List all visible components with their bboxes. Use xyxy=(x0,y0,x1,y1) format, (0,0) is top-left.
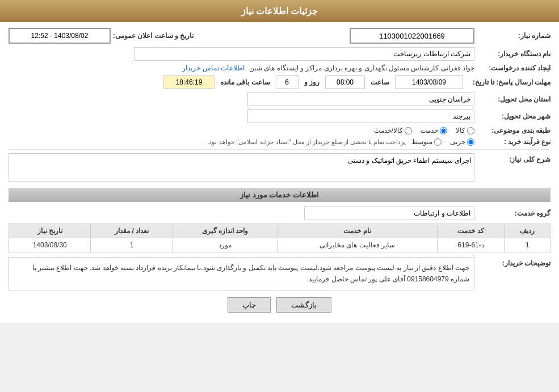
response-deadline-row: مهلت ارسال پاسخ: تا تاریخ: ساعت روز و سا… xyxy=(9,75,550,89)
response-days-input[interactable] xyxy=(276,75,299,89)
buyer-org-label: نام دستگاه خریدار: xyxy=(477,50,550,58)
category-row: طبقه بندی موضوعی: کالا خدمت کالا/خدمت xyxy=(9,127,550,134)
response-deadline-label: مهلت ارسال پاسخ: تا تاریخ: xyxy=(465,78,550,86)
delivery-city-label: شهر محل تحویل: xyxy=(477,112,550,120)
need-description-row: شرح کلی نیاز: اجرای سیستم اطفاء حریق اتو… xyxy=(9,153,550,183)
category-khedmat-radio[interactable] xyxy=(440,127,447,134)
action-buttons: بازگشت چاپ xyxy=(9,297,550,313)
buyer-org-input[interactable] xyxy=(134,47,474,61)
page-header: جزئیات اطلاعات نیاز xyxy=(0,0,559,22)
table-header-unit: واحد اندازه گیری xyxy=(173,224,278,238)
services-table: ردیف کد خدمت نام خدمت واحد اندازه گیری ت… xyxy=(9,224,550,252)
response-remaining-label: ساعت باقی مانده xyxy=(220,78,270,86)
need-number-row: شماره نیاز: تاریخ و ساعت اعلان عمومی: xyxy=(9,28,550,44)
service-group-label: گروه خدمت: xyxy=(477,209,550,217)
category-kala-item: کالا xyxy=(456,127,474,134)
delivery-province-label: استان محل تحویل: xyxy=(477,95,550,103)
category-radio-group: کالا خدمت کالا/خدمت xyxy=(9,127,474,134)
response-time-label: ساعت xyxy=(371,78,389,86)
service-group-input[interactable] xyxy=(304,206,474,220)
table-header-service-name: نام خدمت xyxy=(278,224,437,238)
table-header-service-code: کد خدمت xyxy=(437,224,505,238)
purchase-type-row: نوع فرآیند خرید : جزیی متوسط پرداخت تمام… xyxy=(9,138,550,146)
response-remaining-input[interactable] xyxy=(163,75,215,89)
purchase-motavaset-label: متوسط xyxy=(411,138,432,146)
purchase-motavaset-radio[interactable] xyxy=(434,138,442,146)
need-description-textarea[interactable]: اجرای سیستم اطفاء حریق اتوماتیک و دستی xyxy=(9,153,474,182)
delivery-city-input[interactable] xyxy=(247,109,474,123)
response-time-input[interactable] xyxy=(325,75,365,89)
creator-label: ایجاد کننده درخواست: xyxy=(477,64,550,72)
purchase-type-label: نوع فرآیند خرید : xyxy=(477,138,550,146)
category-kala-khedmat-radio[interactable] xyxy=(405,127,412,134)
table-header-date: تاریخ نیاز xyxy=(9,224,91,238)
purchase-note: پرداخت تمام یا بخشی از مبلغ خریدار از مح… xyxy=(207,138,406,146)
category-label: طبقه بندی موضوعی: xyxy=(477,127,550,134)
announce-date-label: تاریخ و ساعت اعلان عمومی: xyxy=(113,32,194,40)
print-button[interactable]: چاپ xyxy=(228,297,271,313)
creator-contact-link[interactable]: اطلاعات تماس خریدار xyxy=(182,64,245,72)
category-khedmat-item: خدمت xyxy=(421,127,447,134)
header-title: جزئیات اطلاعات نیاز xyxy=(241,6,318,16)
table-header-quantity: تعداد / مقدار xyxy=(91,224,173,238)
back-button[interactable]: بازگشت xyxy=(276,297,331,313)
category-kala-radio[interactable] xyxy=(467,127,474,134)
buyer-description-label: توضیحات خریدار: xyxy=(477,257,550,267)
service-group-row: گروه خدمت: xyxy=(9,206,550,220)
services-section-header: اطلاعات خدمات مورد نیاز xyxy=(9,188,550,202)
buyer-description-row: توضیحات خریدار: جهت اطلاع دقیق از نیاز ب… xyxy=(9,257,550,290)
purchase-motavaset-item: متوسط xyxy=(411,138,442,146)
delivery-province-input[interactable] xyxy=(247,92,474,106)
delivery-province-row: استان محل تحویل: xyxy=(9,92,550,106)
need-number-input[interactable] xyxy=(350,28,474,44)
category-kala-label: کالا xyxy=(456,127,465,134)
buyer-description-box: جهت اطلاع دقیق از نیاز به لیست پیوست مرا… xyxy=(9,257,474,290)
purchase-jozi-item: جزیی xyxy=(450,138,474,146)
category-kala-khedmat-item: کالا/خدمت xyxy=(374,127,412,134)
delivery-city-row: شهر محل تحویل: xyxy=(9,109,550,123)
table-row: 1د-61-619سایر فعالیت های مخابراتیمورد114… xyxy=(9,238,550,252)
response-days-label: روز و xyxy=(304,78,320,86)
purchase-jozi-radio[interactable] xyxy=(467,138,474,146)
creator-row: ایجاد کننده درخواست: جواد غفرانی کارشناس… xyxy=(9,64,550,72)
announce-date-input[interactable] xyxy=(9,28,111,44)
purchase-jozi-label: جزیی xyxy=(450,138,465,146)
need-description-label: شرح کلی نیاز: xyxy=(477,153,550,163)
category-khedmat-label: خدمت xyxy=(421,127,438,134)
buyer-org-row: نام دستگاه خریدار: xyxy=(9,47,550,61)
response-date-input[interactable] xyxy=(395,75,463,89)
creator-value: جواد غفرانی کارشناس مسئول نگهداری و بهره… xyxy=(249,64,474,72)
table-header-row-num: ردیف xyxy=(505,224,550,238)
category-kala-khedmat-label: کالا/خدمت xyxy=(374,127,403,134)
purchase-type-radio-group: جزیی متوسط xyxy=(411,138,474,146)
need-number-label: شماره نیاز: xyxy=(477,32,550,40)
